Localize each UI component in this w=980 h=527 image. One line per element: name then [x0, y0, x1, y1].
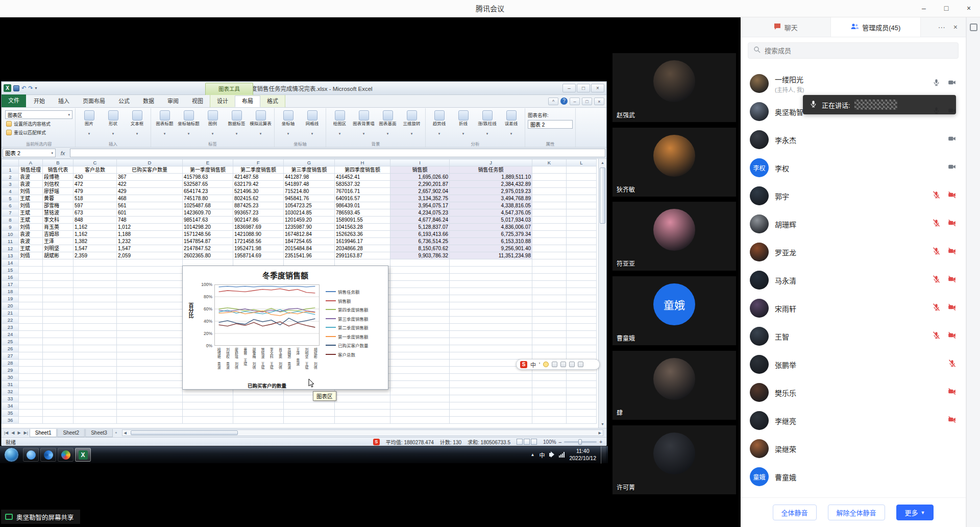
row-header[interactable]: 16 [2, 274, 19, 281]
cell[interactable] [43, 281, 74, 288]
cell[interactable] [390, 259, 450, 267]
cell[interactable] [284, 402, 335, 410]
row-header[interactable]: 1 [2, 166, 19, 174]
cell[interactable]: 1952471.98 [233, 245, 284, 252]
cell[interactable] [19, 410, 43, 417]
row-header[interactable]: 25 [2, 338, 19, 345]
excel-close-icon[interactable]: × [591, 84, 604, 92]
cell[interactable]: 902147.86 [233, 217, 284, 224]
cell[interactable] [567, 231, 597, 238]
cell[interactable]: 748 [117, 217, 183, 224]
cell[interactable] [567, 174, 597, 181]
cell[interactable] [117, 274, 183, 281]
cell[interactable]: 销售额 [390, 166, 450, 174]
row-header[interactable]: 4 [2, 188, 19, 195]
cell[interactable] [450, 302, 532, 309]
row-header[interactable]: 28 [2, 360, 19, 367]
cell[interactable]: 3,134,352.75 [390, 195, 450, 202]
cell[interactable]: 945841.76 [284, 195, 335, 202]
row-header[interactable]: 12 [2, 245, 19, 252]
cell[interactable] [532, 309, 567, 317]
taskbar-im-icon[interactable] [23, 448, 39, 462]
cell[interactable] [43, 267, 74, 274]
cell[interactable]: 第四季度销售额 [335, 166, 390, 174]
cell[interactable] [117, 345, 183, 352]
cell[interactable]: 1721458.56 [233, 238, 284, 245]
cell[interactable] [183, 402, 233, 410]
cell[interactable]: 1,188 [117, 231, 183, 238]
cell[interactable]: 刘信权 [43, 181, 74, 188]
cell[interactable] [19, 274, 43, 281]
cell[interactable] [390, 381, 450, 388]
plot-area-button[interactable]: 绘图区▾ [328, 109, 352, 135]
row-header[interactable]: 17 [2, 281, 19, 288]
cell[interactable] [390, 367, 450, 374]
cell[interactable]: 刘倩 [19, 252, 43, 259]
column-header-C[interactable]: C [74, 159, 117, 166]
workbook-restore-icon[interactable]: □ [582, 98, 592, 105]
3d-rotation-button[interactable]: 三维旋转▾ [400, 109, 424, 135]
cell[interactable]: 1958714.69 [233, 252, 284, 259]
cell[interactable] [117, 281, 183, 288]
cell[interactable] [450, 331, 532, 338]
cell[interactable] [19, 324, 43, 331]
member-row[interactable]: 郭宇 [741, 182, 966, 210]
cell[interactable]: 367 [117, 174, 183, 181]
cell[interactable] [43, 259, 74, 267]
cell[interactable]: 吉姆昂 [43, 231, 74, 238]
column-header-E[interactable]: E [183, 159, 233, 166]
cell[interactable] [74, 288, 117, 295]
cell[interactable] [450, 388, 532, 395]
camera-icon[interactable] [947, 134, 957, 145]
cell[interactable] [74, 402, 117, 410]
minimize-ribbon-icon[interactable]: ^ [548, 98, 558, 105]
cell[interactable] [567, 281, 597, 288]
cell[interactable]: 王斌 [19, 195, 43, 202]
row-header[interactable]: 6 [2, 202, 19, 209]
excel-restore-icon[interactable]: □ [577, 84, 590, 92]
cell[interactable]: 1,162 [74, 231, 117, 238]
cell[interactable] [117, 302, 183, 309]
cell[interactable]: 1589091.55 [335, 217, 390, 224]
cell[interactable]: 1,162 [74, 224, 117, 231]
cell[interactable]: 6,153,310.88 [450, 238, 532, 245]
cell[interactable]: 2,359 [74, 252, 117, 259]
row-header[interactable]: 9 [2, 224, 19, 231]
cell[interactable]: 1571248.56 [183, 231, 233, 238]
cell[interactable] [390, 267, 450, 274]
excel-tab-layout[interactable]: 布局 [235, 95, 260, 107]
cell[interactable] [450, 309, 532, 317]
cell[interactable] [567, 259, 597, 267]
excel-tab-home[interactable]: 开始 [27, 95, 52, 107]
row-header[interactable]: 35 [2, 410, 19, 417]
column-header-K[interactable]: K [532, 159, 567, 166]
cell[interactable] [233, 395, 284, 402]
cell[interactable] [450, 338, 532, 345]
cell[interactable]: 2,059 [117, 252, 183, 259]
cell[interactable]: 黄蓉 [43, 195, 74, 202]
row-header[interactable]: 20 [2, 302, 19, 309]
cell[interactable] [567, 166, 597, 174]
cell[interactable] [532, 238, 567, 245]
taskbar-clock[interactable]: 11:40 2022/10/12 [569, 448, 596, 462]
cell[interactable]: 561 [117, 202, 183, 209]
cell[interactable] [450, 288, 532, 295]
cell[interactable] [390, 324, 450, 331]
cell[interactable] [390, 352, 450, 360]
row-header[interactable]: 18 [2, 288, 19, 295]
row-header[interactable]: 32 [2, 388, 19, 395]
cell[interactable] [19, 317, 43, 324]
cell[interactable] [74, 410, 117, 417]
excel-tab-format[interactable]: 格式 [260, 95, 285, 107]
cell[interactable]: 已购买客户数量 [117, 166, 183, 174]
cell[interactable]: 11,351,234.98 [450, 252, 532, 259]
mic-icon[interactable] [948, 359, 957, 370]
cell[interactable] [183, 395, 233, 402]
cell[interactable] [450, 267, 532, 274]
cell[interactable] [532, 338, 567, 345]
cell[interactable] [43, 309, 74, 317]
cell[interactable]: 刘倩 [19, 224, 43, 231]
search-input[interactable] [765, 47, 953, 55]
cell[interactable] [19, 417, 43, 424]
vscrollbar-thumb[interactable] [600, 167, 605, 224]
